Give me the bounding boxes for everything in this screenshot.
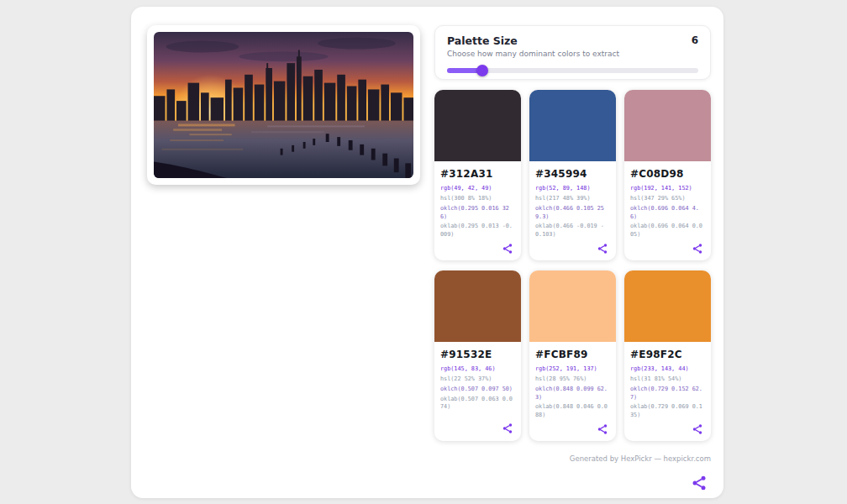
share-icon[interactable] [690, 241, 705, 256]
share-icon[interactable] [595, 241, 610, 256]
color-rgb-value: rgb(52, 89, 148) [535, 185, 610, 193]
color-hsl-value: hsl(31 81% 54%) [630, 375, 705, 384]
color-hsl-value: hsl(347 29% 65%) [630, 195, 705, 203]
share-icon[interactable] [595, 422, 610, 437]
palette-size-panel: Palette Size 6 Choose how many dominant … [434, 25, 711, 80]
color-card-body: #FCBF89 rgb(252, 191, 137) hsl(28 95% 76… [529, 342, 616, 441]
share-icon[interactable] [500, 421, 515, 436]
color-swatch[interactable] [434, 90, 521, 161]
color-card: #345994 rgb(52, 89, 148) hsl(217 48% 39%… [529, 90, 616, 260]
color-rgb-value: rgb(49, 42, 49) [440, 185, 515, 193]
color-oklch-value: oklch(0.295 0.016 326) [440, 205, 515, 222]
credit-text: Generated by HexPickr — hexpickr.com [570, 454, 711, 463]
color-swatch[interactable] [624, 90, 711, 161]
color-oklab-value: oklab(0.466 -0.019 -0.103) [535, 223, 610, 239]
color-oklab-value: oklab(0.696 0.064 0.005) [630, 223, 705, 239]
color-swatch[interactable] [624, 270, 711, 342]
color-card-body: #C08D98 rgb(192, 141, 152) hsl(347 29% 6… [624, 161, 711, 260]
color-card: #E98F2C rgb(233, 143, 44) hsl(31 81% 54%… [624, 270, 711, 441]
color-rgb-value: rgb(233, 143, 44) [630, 365, 705, 374]
color-rgb-value: rgb(192, 141, 152) [630, 185, 705, 193]
color-oklab-value: oklab(0.729 0.069 0.135) [630, 403, 705, 420]
color-hex-label: #E98F2C [630, 349, 705, 360]
color-card: #312A31 rgb(49, 42, 49) hsl(300 8% 18%) … [434, 90, 521, 260]
share-palette-icon[interactable] [687, 471, 711, 495]
color-oklch-value: oklch(0.848 0.099 62.3) [535, 386, 610, 402]
palette-size-title: Palette Size [447, 34, 518, 47]
color-swatch[interactable] [434, 270, 521, 342]
color-hex-label: #91532E [440, 349, 515, 360]
color-card-body: #91532E rgb(145, 83, 46) hsl(22 52% 37%)… [434, 342, 521, 441]
color-card: #C08D98 rgb(192, 141, 152) hsl(347 29% 6… [624, 90, 711, 260]
color-hex-label: #FCBF89 [535, 349, 610, 360]
color-hsl-value: hsl(22 52% 37%) [440, 375, 515, 384]
color-card-body: #E98F2C rgb(233, 143, 44) hsl(31 81% 54%… [624, 342, 711, 441]
color-hsl-value: hsl(217 48% 39%) [535, 195, 610, 203]
color-rgb-value: rgb(145, 83, 46) [440, 365, 515, 374]
source-image-card [147, 25, 420, 185]
color-oklab-value: oklab(0.848 0.046 0.088) [535, 403, 610, 420]
color-hsl-value: hsl(28 95% 76%) [535, 375, 610, 384]
color-card: #91532E rgb(145, 83, 46) hsl(22 52% 37%)… [434, 270, 521, 441]
source-image [154, 32, 413, 178]
color-card: #FCBF89 rgb(252, 191, 137) hsl(28 95% 76… [529, 270, 616, 441]
color-card-body: #312A31 rgb(49, 42, 49) hsl(300 8% 18%) … [434, 161, 521, 260]
palette-size-value: 6 [692, 34, 698, 46]
share-icon[interactable] [690, 422, 705, 437]
palette-size-slider[interactable] [447, 65, 698, 76]
color-hex-label: #345994 [535, 168, 610, 180]
palette-app: Palette Size 6 Choose how many dominant … [131, 7, 723, 498]
color-oklab-value: oklab(0.295 0.013 -0.009) [440, 223, 515, 239]
color-swatch[interactable] [529, 270, 616, 342]
color-swatch[interactable] [529, 90, 616, 161]
color-oklch-value: oklch(0.696 0.064 4.6) [630, 205, 705, 222]
color-rgb-value: rgb(252, 191, 137) [535, 365, 610, 374]
share-icon[interactable] [500, 241, 515, 256]
slider-thumb[interactable] [476, 65, 488, 76]
color-oklch-value: oklch(0.729 0.152 62.7) [630, 386, 705, 402]
color-oklab-value: oklab(0.507 0.063 0.074) [440, 396, 515, 412]
color-oklch-value: oklch(0.466 0.105 259.3) [535, 205, 610, 222]
color-hex-label: #312A31 [440, 168, 515, 180]
color-oklch-value: oklch(0.507 0.097 50) [440, 386, 515, 394]
color-hsl-value: hsl(300 8% 18%) [440, 195, 515, 203]
color-card-body: #345994 rgb(52, 89, 148) hsl(217 48% 39%… [529, 161, 616, 260]
color-grid: #312A31 rgb(49, 42, 49) hsl(300 8% 18%) … [434, 90, 711, 441]
palette-size-subtitle: Choose how many dominant colors to extra… [447, 50, 698, 58]
color-hex-label: #C08D98 [630, 168, 705, 180]
